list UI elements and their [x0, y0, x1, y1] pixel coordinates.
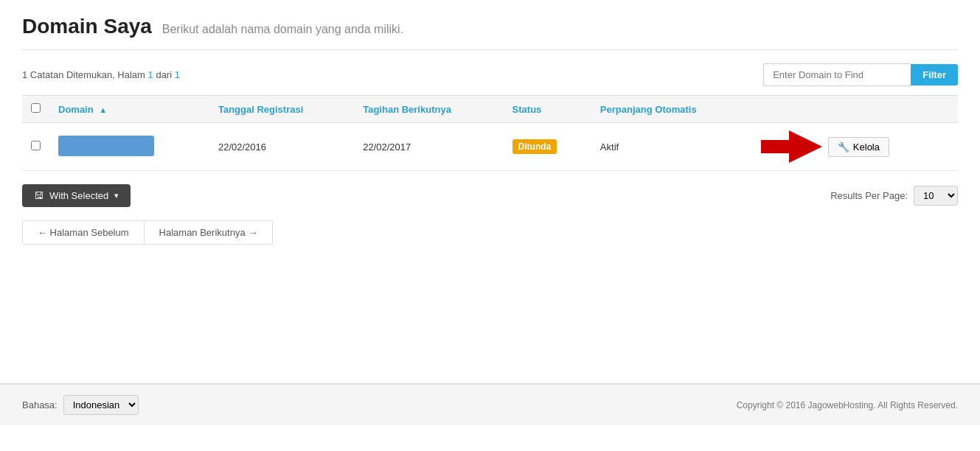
domain-masked: [58, 136, 154, 156]
kelola-button[interactable]: 🔧 Kelola: [828, 137, 889, 157]
col-action: [752, 96, 958, 123]
table-row: 22/02/2016 22/02/2017 Ditunda Aktif 🔧 Ke…: [22, 123, 958, 171]
red-arrow-icon: [761, 130, 822, 163]
record-count: 1 Catatan Ditemukan, Halam 1 dari 1: [22, 69, 180, 80]
caret-icon: ▾: [114, 191, 119, 200]
row-domain: [49, 123, 209, 171]
col-tagihan: Tagihan Berikutnya: [354, 96, 503, 123]
row-tagihan: 22/02/2017: [354, 123, 503, 171]
row-perpanjang: Aktif: [591, 123, 752, 171]
domains-table: Domain ▲ Tanggal Registrasi Tagihan Beri…: [22, 95, 958, 171]
col-tanggal: Tanggal Registrasi: [209, 96, 354, 123]
filter-button[interactable]: Filter: [911, 64, 958, 85]
results-per-page: Results Per Page: 10 25 50 100: [830, 186, 958, 206]
col-status: Status: [504, 96, 591, 123]
sort-arrow-icon: ▲: [99, 105, 107, 114]
next-page-button[interactable]: Halaman Berikutnya →: [145, 220, 274, 245]
row-check: [22, 123, 49, 171]
footer: Bahasa: Indonesian English Copyright © 2…: [0, 383, 980, 425]
row-action: 🔧 Kelola: [752, 123, 958, 171]
col-domain: Domain ▲: [49, 96, 209, 123]
pagination: ← Halaman Sebelum Halaman Berikutnya →: [22, 220, 958, 245]
footer-language: Bahasa: Indonesian English: [22, 395, 139, 415]
bottom-actions: 🖫 With Selected ▾ Results Per Page: 10 2…: [22, 184, 958, 207]
prev-page-button[interactable]: ← Halaman Sebelum: [22, 220, 145, 245]
footer-copyright: Copyright © 2016 JagowebHosting. All Rig…: [737, 400, 958, 410]
with-selected-button[interactable]: 🖫 With Selected ▾: [22, 184, 131, 207]
per-page-select[interactable]: 10 25 50 100: [914, 186, 958, 206]
row-checkbox[interactable]: [31, 141, 41, 150]
arrow-kelola-group: 🔧 Kelola: [761, 130, 949, 163]
page-subtitle: Berikut adalah nama domain yang anda mil…: [162, 23, 403, 35]
status-badge: Ditunda: [512, 139, 557, 154]
col-perpanjang: Perpanjang Otomatis: [591, 96, 752, 123]
page-link[interactable]: 1: [148, 69, 153, 80]
row-tanggal: 22/02/2016: [209, 123, 354, 171]
language-select[interactable]: Indonesian English: [63, 395, 139, 415]
page-title: Domain Saya: [22, 15, 152, 38]
col-check: [22, 96, 49, 123]
page-link-end[interactable]: 1: [175, 69, 180, 80]
search-input[interactable]: [763, 63, 911, 86]
select-all-checkbox[interactable]: [31, 103, 41, 113]
wrench-icon: 🔧: [838, 141, 849, 153]
server-icon: 🖫: [34, 190, 44, 201]
search-area: Filter: [763, 63, 958, 86]
row-status: Ditunda: [504, 123, 591, 171]
